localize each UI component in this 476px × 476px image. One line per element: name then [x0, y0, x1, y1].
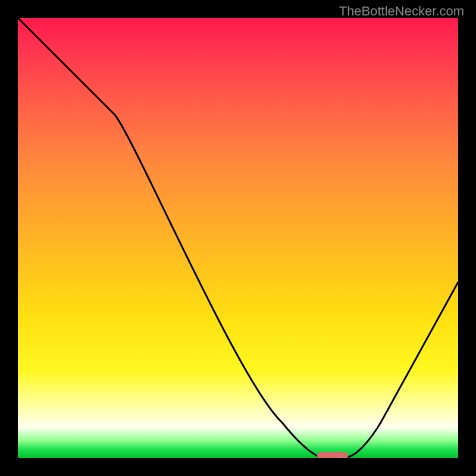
- chart-plot-area: [18, 18, 458, 458]
- bottleneck-curve-svg: [18, 18, 458, 458]
- curve-path: [18, 18, 458, 457]
- highlight-marker: [317, 452, 348, 458]
- watermark-text: TheBottleNecker.com: [339, 4, 464, 19]
